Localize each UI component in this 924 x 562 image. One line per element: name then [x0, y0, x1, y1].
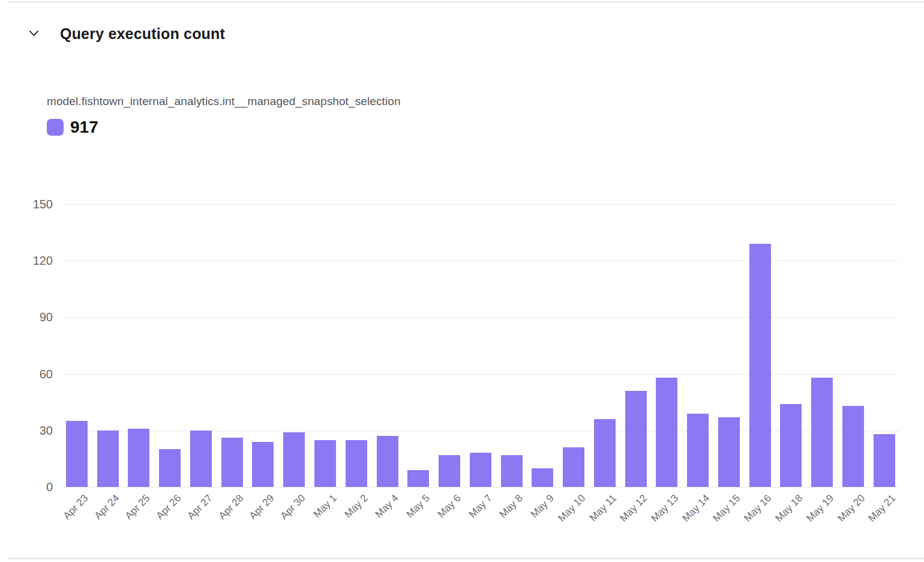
x-axis-tick-label: May 9 — [529, 492, 557, 521]
x-axis-tick-label: May 5 — [404, 492, 433, 521]
bar-may-18[interactable] — [780, 404, 802, 487]
y-axis-tick-label: 60 — [17, 367, 53, 381]
bar-chart: 0306090120150Apr 23Apr 24Apr 25Apr 26Apr… — [0, 0, 924, 562]
bar-may-20[interactable] — [842, 406, 864, 487]
bar-may-9[interactable] — [532, 468, 553, 487]
bar-may-16[interactable] — [749, 244, 771, 487]
x-axis-tick-label: May 19 — [804, 492, 836, 525]
x-axis-tick-label: May 10 — [556, 492, 588, 525]
bars-row — [61, 204, 900, 487]
bar-may-15[interactable] — [718, 417, 740, 487]
bar-may-1[interactable] — [314, 440, 336, 488]
bar-may-14[interactable] — [687, 414, 709, 487]
bar-apr-30[interactable] — [283, 432, 305, 487]
bar-may-19[interactable] — [811, 378, 833, 487]
bar-may-13[interactable] — [656, 378, 677, 487]
x-axis-tick-label: May 4 — [373, 492, 401, 521]
bar-may-10[interactable] — [563, 447, 584, 487]
bar-apr-23[interactable] — [66, 421, 88, 487]
bar-may-21[interactable] — [874, 434, 895, 487]
x-axis-tick-label: May 2 — [342, 492, 370, 521]
x-axis-tick-label: May 8 — [497, 492, 526, 521]
x-axis-tick-label: May 12 — [617, 492, 650, 525]
bar-apr-25[interactable] — [128, 429, 149, 487]
x-axis-tick-label: Apr 25 — [123, 492, 153, 522]
x-axis-tick-label: Apr 27 — [185, 492, 215, 522]
x-axis-tick-label: Apr 30 — [278, 492, 308, 522]
bar-may-7[interactable] — [470, 453, 491, 487]
bar-may-11[interactable] — [594, 419, 616, 487]
bar-may-6[interactable] — [439, 455, 460, 487]
bar-may-8[interactable] — [501, 455, 523, 487]
x-axis-tick-label: May 11 — [587, 492, 619, 524]
bar-apr-24[interactable] — [97, 431, 119, 487]
bar-apr-27[interactable] — [190, 431, 212, 487]
bar-apr-26[interactable] — [159, 449, 181, 487]
x-axis-tick-label: Apr 29 — [247, 492, 277, 522]
bar-apr-28[interactable] — [221, 438, 243, 487]
gridline — [61, 487, 900, 488]
x-axis-tick-label: May 13 — [649, 492, 681, 525]
x-axis-tick-label: Apr 26 — [154, 492, 184, 522]
bar-may-5[interactable] — [407, 470, 429, 487]
x-axis-tick-label: May 14 — [680, 492, 712, 525]
y-axis-tick-label: 0 — [17, 480, 53, 494]
x-axis-tick-label: May 18 — [773, 492, 805, 525]
x-axis-tick-label: May 15 — [711, 492, 743, 525]
bar-may-12[interactable] — [625, 391, 647, 487]
y-axis-tick-label: 30 — [17, 423, 53, 437]
bar-apr-29[interactable] — [252, 442, 274, 487]
y-axis-tick-label: 120 — [17, 254, 53, 268]
x-axis-tick-label: May 16 — [742, 492, 775, 525]
y-axis-tick-label: 150 — [17, 198, 53, 211]
y-axis-tick-label: 90 — [17, 310, 53, 324]
x-axis-tick-label: Apr 23 — [61, 492, 91, 522]
x-axis-tick-label: May 20 — [835, 492, 868, 525]
bar-may-4[interactable] — [377, 436, 398, 487]
x-axis-tick-label: May 7 — [466, 492, 494, 521]
x-axis-tick-label: May 1 — [311, 492, 339, 521]
x-axis-tick-label: Apr 28 — [216, 492, 246, 522]
x-axis-tick-label: May 21 — [866, 492, 899, 525]
bar-may-2[interactable] — [346, 440, 367, 488]
x-axis-tick-label: Apr 24 — [92, 492, 122, 522]
x-axis-tick-label: May 6 — [435, 492, 463, 521]
